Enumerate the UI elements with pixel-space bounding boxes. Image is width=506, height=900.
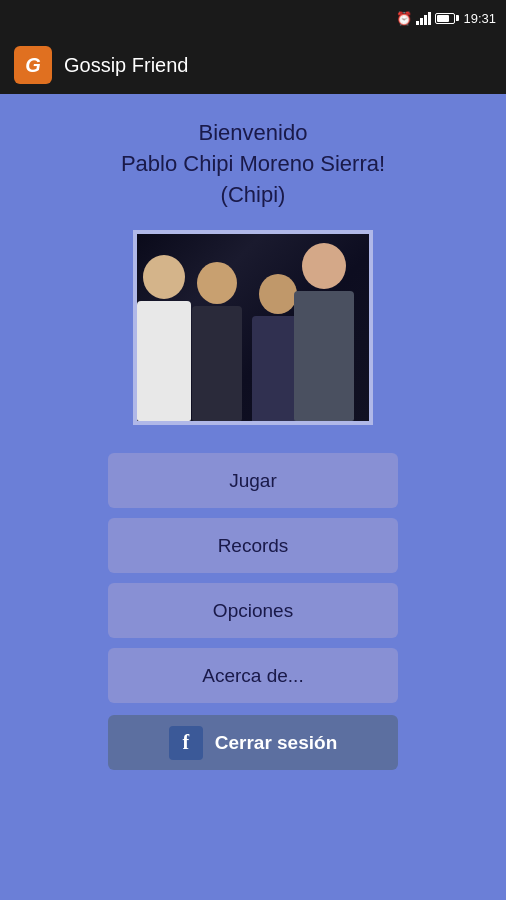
cerrar-sesion-button[interactable]: f Cerrar sesión <box>108 715 398 770</box>
profile-image <box>133 230 373 425</box>
battery-icon <box>435 13 459 24</box>
opciones-button[interactable]: Opciones <box>108 583 398 638</box>
figure-1 <box>137 255 191 421</box>
figure-2 <box>192 262 242 421</box>
records-button[interactable]: Records <box>108 518 398 573</box>
app-bar: G Gossip Friend <box>0 36 506 94</box>
app-logo: G <box>14 46 52 84</box>
time-display: 19:31 <box>463 11 496 26</box>
welcome-text: Bienvenido Pablo Chipi Moreno Sierra! (C… <box>121 118 385 210</box>
button-container: Jugar Records Opciones Acerca de... f Ce… <box>108 453 398 770</box>
facebook-icon: f <box>169 726 203 760</box>
figure-4 <box>294 243 354 421</box>
signal-icon <box>416 11 431 25</box>
app-title: Gossip Friend <box>64 54 189 77</box>
acerca-de-button[interactable]: Acerca de... <box>108 648 398 703</box>
jugar-button[interactable]: Jugar <box>108 453 398 508</box>
alarm-icon: ⏰ <box>396 11 412 26</box>
main-content: Bienvenido Pablo Chipi Moreno Sierra! (C… <box>0 94 506 900</box>
status-bar: ⏰ 19:31 <box>0 0 506 36</box>
